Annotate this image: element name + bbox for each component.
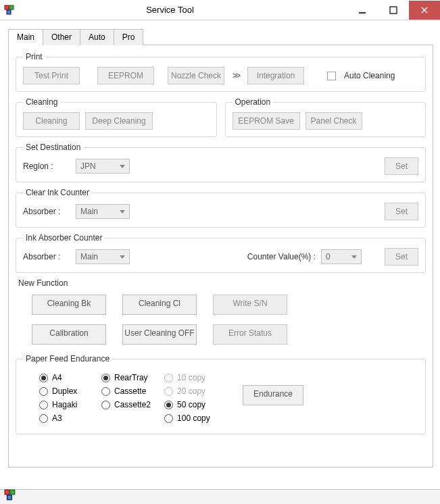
ink-absorber-legend: Ink Absorber Counter	[23, 233, 105, 243]
radio-a4[interactable]	[39, 374, 48, 382]
tab-pro[interactable]: Pro	[114, 29, 144, 45]
radio-duplex[interactable]	[39, 387, 48, 396]
clear-ink-legend: Clear Ink Counter	[23, 188, 92, 197]
clear-ink-absorber-select[interactable]: Main	[76, 204, 130, 219]
radio-cassette[interactable]	[101, 387, 110, 396]
operation-legend: Operation	[233, 97, 274, 107]
test-print-button[interactable]: Test Print	[23, 67, 80, 84]
absorber-label-2: Absorber :	[23, 252, 70, 261]
radio-20copy[interactable]	[164, 387, 173, 396]
deep-cleaning-button[interactable]: Deep Cleaning	[85, 112, 153, 130]
paper-feed-group: Paper Feed Endurance A4 Duplex Hagaki A3…	[16, 354, 426, 434]
radio-50copy[interactable]	[164, 401, 173, 409]
radio-cassette2[interactable]	[101, 401, 110, 409]
close-button[interactable]	[409, 1, 440, 20]
region-set-button[interactable]: Set	[385, 157, 418, 175]
nozzle-check-button[interactable]: Nozzle Check	[168, 67, 224, 84]
taskbar	[0, 489, 440, 504]
integration-button[interactable]: Integration	[247, 67, 304, 84]
radio-reartray[interactable]	[101, 374, 110, 382]
print-group: Print Test Print EEPROM Nozzle Check >> …	[16, 52, 426, 92]
operation-group: Operation EEPROM Save Panel Check	[225, 97, 426, 137]
counter-value-select[interactable]: 0	[321, 249, 362, 264]
calibration-button[interactable]: Calibration	[32, 324, 106, 345]
ink-absorber-group: Ink Absorber Counter Absorber : Main Cou…	[16, 233, 426, 273]
chevron-right-icon: >>	[230, 71, 242, 80]
tab-main[interactable]: Main	[8, 29, 43, 45]
radio-10copy[interactable]	[164, 374, 173, 382]
cleaning-legend: Cleaning	[23, 97, 60, 107]
svg-rect-8	[10, 490, 15, 495]
region-select[interactable]: JPN	[76, 159, 130, 174]
endurance-button[interactable]: Endurance	[243, 385, 303, 405]
print-legend: Print	[23, 52, 45, 61]
radio-hagaki[interactable]	[39, 401, 48, 409]
paper-feed-legend: Paper Feed Endurance	[23, 354, 112, 363]
titlebar: Service Tool	[0, 0, 440, 20]
new-function-label: New Function	[18, 278, 426, 288]
radio-a3[interactable]	[39, 414, 48, 423]
ink-absorber-set-button[interactable]: Set	[385, 248, 418, 266]
minimize-button[interactable]	[347, 1, 378, 20]
region-label: Region :	[23, 161, 70, 171]
cleaning-cl-button[interactable]: Cleaning Cl	[122, 295, 197, 315]
clear-ink-set-button[interactable]: Set	[385, 203, 418, 220]
user-cleaning-off-button[interactable]: User Cleaning OFF	[122, 324, 197, 345]
svg-rect-4	[390, 7, 397, 14]
svg-rect-3	[359, 12, 366, 14]
eeprom-save-button[interactable]: EEPROM Save	[233, 112, 300, 130]
auto-cleaning-checkbox[interactable]	[327, 72, 336, 80]
radio-100copy[interactable]	[164, 414, 173, 423]
tab-other[interactable]: Other	[43, 29, 80, 45]
tab-auto[interactable]: Auto	[80, 29, 114, 45]
tab-body-main: Print Test Print EEPROM Nozzle Check >> …	[8, 45, 433, 468]
clear-ink-group: Clear Ink Counter Absorber : Main Set	[16, 188, 426, 228]
auto-cleaning-label: Auto Cleaning	[344, 71, 395, 80]
absorber-label-1: Absorber :	[23, 207, 70, 216]
panel-check-button[interactable]: Panel Check	[305, 112, 362, 130]
eeprom-button[interactable]: EEPROM	[97, 67, 154, 84]
error-status-button[interactable]: Error Status	[213, 324, 287, 345]
maximize-button[interactable]	[378, 1, 409, 20]
cleaning-bk-button[interactable]: Cleaning Bk	[32, 295, 106, 315]
cleaning-button[interactable]: Cleaning	[23, 112, 80, 130]
set-destination-group: Set Destination Region : JPN Set	[16, 143, 426, 182]
write-sn-button[interactable]: Write S/N	[213, 295, 287, 315]
svg-rect-7	[5, 490, 9, 495]
ink-absorber-select[interactable]: Main	[76, 249, 130, 264]
set-destination-legend: Set Destination	[23, 143, 83, 152]
tab-strip: Main Other Auto Pro	[8, 28, 433, 45]
svg-rect-9	[7, 495, 12, 500]
cleaning-group: Cleaning Cleaning Deep Cleaning	[16, 97, 217, 137]
window-title: Service Tool	[0, 5, 347, 15]
counter-value-label: Counter Value(%) :	[247, 252, 316, 261]
taskbar-app-icon[interactable]	[4, 489, 16, 503]
